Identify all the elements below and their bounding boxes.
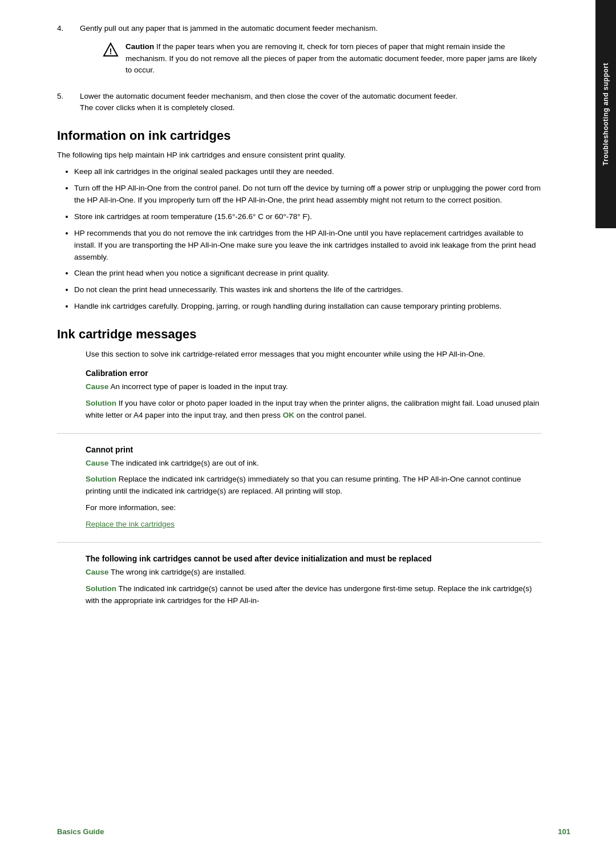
bullet-3: Store ink cartridges at room temperature…	[74, 211, 542, 223]
third-error-block: The following ink cartridges cannot be u…	[86, 554, 542, 607]
calibration-cause-body: An incorrect type of paper is loaded in …	[111, 382, 288, 391]
divider-2	[57, 542, 542, 543]
step-5-subtext: The cover clicks when it is completely c…	[80, 103, 235, 112]
third-error-title: The following ink cartridges cannot be u…	[86, 554, 542, 563]
cannot-print-solution-label: Solution	[86, 475, 116, 483]
step-4-num: 4.	[57, 23, 80, 83]
bullet-7: Handle ink cartridges carefully. Droppin…	[74, 301, 542, 313]
step-5-text: Lower the automatic document feeder mech…	[80, 92, 457, 100]
bullet-5: Clean the print head when you notice a s…	[74, 268, 542, 280]
ink-cartridges-intro: The following tips help maintain HP ink …	[57, 149, 542, 161]
ok-button-text: OK	[283, 411, 294, 419]
bullet-4: HP recommends that you do not remove the…	[74, 228, 542, 264]
calibration-error-block: Calibration error Cause An incorrect typ…	[86, 369, 542, 422]
caution-label: Caution	[125, 42, 154, 51]
ink-cartridges-heading: Information on ink cartridges	[57, 128, 542, 144]
bullet-6: Do not clean the print head unnecessaril…	[74, 284, 542, 296]
calibration-cause: Cause An incorrect type of paper is load…	[86, 381, 542, 393]
bullet-2: Turn off the HP All-in-One from the cont…	[74, 183, 542, 207]
svg-text:!: !	[110, 47, 112, 56]
calibration-solution-label: Solution	[86, 399, 116, 407]
page-container: Troubleshooting and support 4. Gently pu…	[0, 0, 616, 853]
cannot-print-cause-body: The indicated ink cartridge(s) are out o…	[111, 459, 259, 467]
third-error-cause: Cause The wrong ink cartridge(s) are ins…	[86, 567, 542, 579]
caution-box: ! Caution If the paper tears when you ar…	[103, 41, 542, 76]
calibration-error-title: Calibration error	[86, 369, 542, 378]
divider-1	[57, 433, 542, 434]
ink-cartridges-bullets: Keep all ink cartridges in the original …	[68, 166, 542, 313]
bullet-1: Keep all ink cartridges in the original …	[74, 166, 542, 178]
calibration-solution-end: on the control panel.	[297, 411, 366, 419]
step-5: 5. Lower the automatic document feeder m…	[57, 91, 542, 114]
caution-body-text: If the paper tears when you are removing…	[125, 42, 537, 74]
cannot-print-cause-label: Cause	[86, 459, 109, 467]
for-more-info: For more information, see:	[86, 502, 542, 514]
replace-ink-link-para: Replace the ink cartridges	[86, 519, 542, 531]
caution-text: Caution If the paper tears when you are …	[125, 41, 542, 76]
calibration-solution: Solution If you have color or photo pape…	[86, 398, 542, 422]
third-error-cause-label: Cause	[86, 568, 109, 576]
footer-left: Basics Guide	[57, 827, 104, 836]
footer-page-number: 101	[558, 827, 570, 836]
cannot-print-cause: Cause The indicated ink cartridge(s) are…	[86, 458, 542, 470]
step-4-text: Gently pull out any paper that is jammed…	[80, 24, 378, 33]
cannot-print-block: Cannot print Cause The indicated ink car…	[86, 445, 542, 531]
ink-messages-intro: Use this section to solve ink cartridge-…	[86, 349, 542, 361]
main-content: 4. Gently pull out any paper that is jam…	[57, 0, 570, 657]
calibration-cause-label: Cause	[86, 382, 109, 391]
ink-messages-heading: Ink cartridge messages	[57, 326, 542, 343]
footer: Basics Guide 101	[57, 827, 570, 836]
step-5-content: Lower the automatic document feeder mech…	[80, 91, 542, 114]
step-4: 4. Gently pull out any paper that is jam…	[57, 23, 542, 83]
cannot-print-title: Cannot print	[86, 445, 542, 454]
caution-triangle-icon: !	[103, 42, 119, 58]
third-error-solution: Solution The indicated ink cartridge(s) …	[86, 583, 542, 607]
cannot-print-solution-body: Replace the indicated ink cartridge(s) i…	[86, 475, 521, 495]
third-error-solution-label: Solution	[86, 584, 116, 593]
third-error-solution-body: The indicated ink cartridge(s) cannot be…	[86, 584, 532, 605]
step-4-content: Gently pull out any paper that is jammed…	[80, 23, 542, 83]
replace-ink-link[interactable]: Replace the ink cartridges	[86, 520, 175, 528]
side-tab: Troubleshooting and support	[595, 0, 616, 228]
step-5-num: 5.	[57, 91, 80, 114]
cannot-print-solution: Solution Replace the indicated ink cartr…	[86, 474, 542, 498]
side-tab-text: Troubleshooting and support	[602, 63, 610, 165]
third-error-cause-body: The wrong ink cartridge(s) are installed…	[111, 568, 246, 576]
